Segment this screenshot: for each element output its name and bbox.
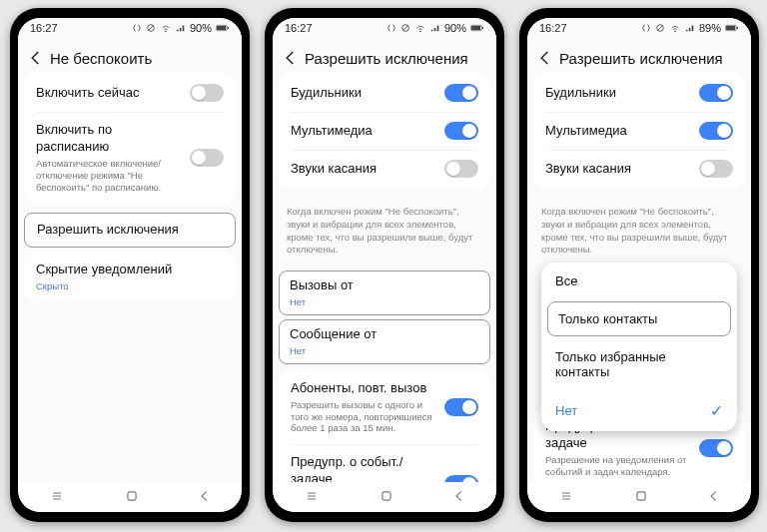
toggle-alarms[interactable] [699, 84, 733, 102]
nav-home[interactable] [634, 489, 648, 506]
nav-home[interactable] [380, 489, 393, 506]
toggle-touch-sounds[interactable] [444, 160, 478, 178]
row-calls-from[interactable]: Вызовы от Нет [279, 270, 490, 315]
back-button[interactable] [22, 44, 50, 72]
status-time: 16:27 [285, 22, 313, 34]
label-media: Мультимедиа [291, 123, 436, 140]
toggle-event-task[interactable] [699, 439, 733, 457]
back-button[interactable] [531, 44, 559, 72]
toggle-enable-now[interactable] [190, 84, 224, 102]
nav-home[interactable] [125, 489, 139, 506]
section-note: Когда включен режим "Не беспокоить", зву… [527, 198, 751, 266]
nav-back[interactable] [198, 489, 212, 506]
row-media[interactable]: Мультимедиа [279, 112, 490, 150]
nav-bar [18, 482, 242, 512]
row-enable-now[interactable]: Включить сейчас [24, 74, 236, 112]
screen-1: 16:27 90% Не беспокоить Включить сейчас [18, 18, 242, 512]
toggle-repeat-callers[interactable] [444, 398, 478, 416]
svg-rect-4 [217, 26, 226, 30]
row-media[interactable]: Мультимедиа [533, 112, 745, 150]
toggle-touch-sounds[interactable] [699, 160, 733, 178]
mute-icon [655, 23, 665, 33]
page-title: Разрешить исключения [305, 50, 468, 67]
toggle-alarms[interactable] [444, 84, 478, 102]
signal-icon [176, 23, 186, 33]
toggle-enable-schedule[interactable] [190, 149, 224, 167]
label-allow-exceptions: Разрешить исключения [37, 222, 223, 239]
sub-repeat-callers: Разрешить вызовы с одного и того же номе… [291, 399, 436, 435]
card-more-exceptions: Абоненты, повт. вызов Разрешить вызовы с… [279, 368, 490, 482]
svg-point-22 [675, 31, 676, 32]
nav-recents[interactable] [48, 490, 66, 505]
vibrate-icon [132, 23, 142, 33]
label-touch-sounds: Звуки касания [291, 161, 436, 178]
row-messages-from[interactable]: Сообщение от Нет [279, 319, 490, 364]
status-bar: 16:27 89% [527, 18, 751, 36]
vibrate-icon [641, 23, 651, 33]
svg-line-21 [657, 25, 663, 31]
nav-recents[interactable] [303, 490, 321, 505]
wifi-icon [414, 23, 426, 33]
option-none[interactable]: Нет ✓ [541, 390, 737, 431]
battery-icon [216, 23, 230, 33]
svg-rect-24 [726, 26, 735, 30]
card-hide-notif: Скрытие уведомлений Скрыто [24, 252, 236, 302]
svg-rect-25 [737, 27, 738, 29]
option-contacts-only[interactable]: Только контакты [547, 301, 731, 336]
mute-icon [400, 23, 410, 33]
option-none-label: Нет [555, 403, 577, 418]
value-calls-from: Нет [290, 296, 479, 308]
signal-icon [685, 23, 695, 33]
row-enable-schedule[interactable]: Включить по расписанию Автоматическое вк… [24, 112, 236, 203]
nav-recents[interactable] [557, 490, 575, 505]
row-touch-sounds[interactable]: Звуки касания [279, 150, 490, 188]
row-allow-exceptions[interactable]: Разрешить исключения [24, 213, 236, 248]
toggle-media[interactable] [444, 122, 478, 140]
option-all-label: Все [555, 273, 577, 288]
nav-back[interactable] [452, 489, 466, 506]
svg-line-11 [402, 25, 408, 31]
battery-percent: 90% [444, 22, 466, 34]
content-area: Будильники Мультимедиа Звуки касания Ког… [273, 72, 496, 482]
svg-rect-5 [228, 27, 229, 29]
row-touch-sounds[interactable]: Звуки касания [533, 150, 745, 188]
svg-rect-9 [128, 491, 136, 499]
battery-icon [470, 23, 484, 33]
row-alarms[interactable]: Будильники [279, 74, 490, 112]
label-media: Мультимедиа [545, 123, 691, 140]
status-bar: 16:27 90% [273, 18, 496, 36]
option-fav-contacts[interactable]: Только избранные контакты [541, 338, 737, 390]
row-repeat-callers[interactable]: Абоненты, повт. вызов Разрешить вызовы с… [279, 370, 490, 445]
back-button[interactable] [277, 44, 305, 72]
label-enable-schedule: Включить по расписанию [36, 122, 182, 156]
svg-rect-15 [482, 27, 483, 29]
label-alarms: Будильники [291, 85, 436, 102]
battery-percent: 90% [190, 22, 212, 34]
check-icon: ✓ [710, 401, 723, 420]
chevron-left-icon [536, 49, 554, 67]
sub-event-task: Разрешение на уведомления от событий и з… [545, 454, 691, 478]
status-time: 16:27 [30, 22, 58, 34]
battery-icon [725, 23, 739, 33]
row-alarms[interactable]: Будильники [533, 74, 745, 112]
status-icons: 90% [132, 22, 230, 34]
label-hide-notifications: Скрытие уведомлений [36, 262, 224, 278]
row-event-task[interactable]: Предупр. о событ./задаче Разрешение на у… [279, 444, 490, 482]
status-icons: 89% [641, 22, 739, 34]
svg-rect-29 [637, 491, 645, 499]
content-area: Включить сейчас Включить по расписанию А… [18, 72, 242, 482]
label-repeat-callers: Абоненты, повт. вызов [291, 380, 436, 397]
label-enable-now: Включить сейчас [36, 85, 182, 102]
value-messages-from: Нет [290, 345, 479, 357]
battery-percent: 89% [699, 22, 721, 34]
toggle-event-task[interactable] [444, 475, 478, 482]
option-all[interactable]: Все [541, 263, 737, 299]
screen-2: 16:27 90% Разрешить исключения Будильник… [273, 18, 496, 512]
option-fav-contacts-label: Только избранные контакты [555, 349, 723, 379]
status-time: 16:27 [539, 22, 567, 34]
row-hide-notifications[interactable]: Скрытие уведомлений Скрыто [24, 254, 236, 300]
svg-point-2 [166, 31, 167, 32]
toggle-media[interactable] [699, 122, 733, 140]
nav-back[interactable] [707, 489, 721, 506]
svg-line-1 [148, 25, 154, 31]
